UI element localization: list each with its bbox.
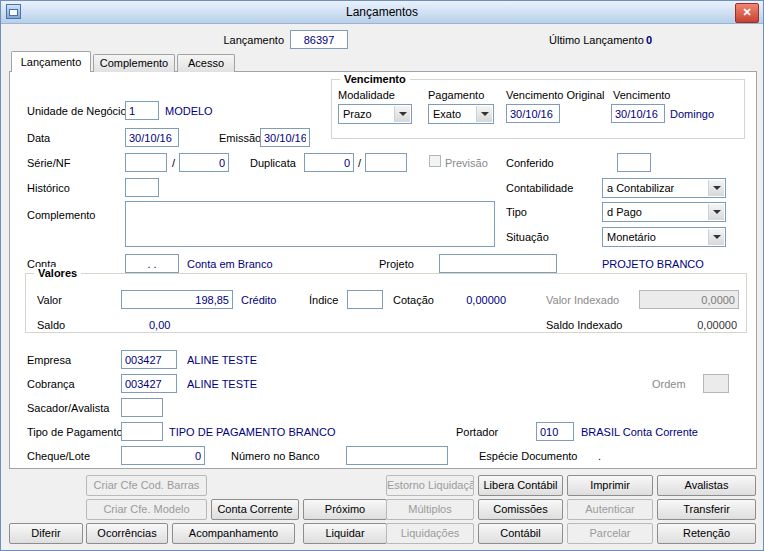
complemento-textarea[interactable] <box>125 201 495 247</box>
unidade-negocio-label: Unidade de Negócio <box>27 105 127 117</box>
situacao-select[interactable]: Monetário <box>602 227 726 247</box>
saldo-indexado-value: 0,00000 <box>639 319 737 331</box>
contabilidade-label: Contabilidade <box>506 182 573 194</box>
multiplos-button: Múltiplos <box>386 499 474 520</box>
vencimento-label: Vencimento <box>613 89 670 101</box>
tipo-value: d Pago <box>607 206 642 218</box>
numero-banco-label: Número no Banco <box>231 450 320 462</box>
serie-nf-input[interactable] <box>125 153 167 172</box>
pagamento-select[interactable]: Exato <box>428 104 494 124</box>
saldo-label: Saldo <box>37 319 65 331</box>
numero-banco-input[interactable] <box>346 446 448 465</box>
diferir-button[interactable]: Diferir <box>9 523 83 544</box>
saldo-indexado-label: Saldo Indexado <box>546 319 622 331</box>
modalidade-value: Prazo <box>343 108 372 120</box>
sacador-avalista-label: Sacador/Avalista <box>27 402 109 414</box>
valores-group-title: Valores <box>34 267 81 279</box>
cheque-lote-input[interactable] <box>121 446 205 465</box>
tab-acesso[interactable]: Acesso <box>177 54 235 72</box>
valor-tipo: Crédito <box>241 294 276 306</box>
valor-input[interactable] <box>121 290 233 309</box>
lancamento-number-input[interactable] <box>290 30 348 49</box>
data-input[interactable] <box>125 128 179 147</box>
avalistas-button[interactable]: Avalistas <box>657 475 756 496</box>
cheque-lote-label: Cheque/Lote <box>27 450 90 462</box>
comissoes-button[interactable]: Comissões <box>478 499 563 520</box>
tab-complemento[interactable]: Complemento <box>93 54 175 72</box>
lancamentos-window: Lançamentos ✕ Lançamento Último Lançamen… <box>0 0 764 551</box>
liquidacoes-button: Liquidações <box>386 523 474 544</box>
autenticar-button: Autenticar <box>567 499 653 520</box>
valor-label: Valor <box>37 294 62 306</box>
conta-input[interactable] <box>125 254 179 273</box>
title-bar: Lançamentos ✕ <box>1 1 763 24</box>
tipo-pagamento-input[interactable] <box>121 422 163 441</box>
indice-input[interactable] <box>347 290 383 309</box>
data-label: Data <box>27 132 50 144</box>
historico-input[interactable] <box>125 178 159 197</box>
especie-documento-value: . <box>598 450 601 462</box>
conta-corrente-button[interactable]: Conta Corrente <box>211 499 299 520</box>
valor-indexado-input <box>639 290 739 309</box>
emissao-input[interactable] <box>260 128 310 147</box>
sacador-avalista-input[interactable] <box>121 398 163 417</box>
tab-lancamento[interactable]: Lançamento <box>11 51 91 72</box>
criar-cfe-modelo-button: Criar Cfe. Modelo <box>86 499 207 520</box>
ultimo-lancamento-label: Último Lançamento <box>549 34 644 46</box>
proximo-button[interactable]: Próximo <box>303 499 387 520</box>
portador-desc: BRASIL Conta Corrente <box>581 426 698 438</box>
vencimento-input[interactable] <box>611 104 665 123</box>
projeto-desc: PROJETO BRANCO <box>602 258 704 270</box>
imprimir-button[interactable]: Imprimir <box>567 475 653 496</box>
cotacao-label: Cotação <box>393 294 434 306</box>
indice-label: Índice <box>309 294 338 306</box>
acompanhamento-button[interactable]: Acompanhamento <box>172 523 295 544</box>
contabilidade-value: a Contabilizar <box>607 182 674 194</box>
duplicata-input[interactable] <box>304 153 354 172</box>
vencimento-group-title: Vencimento <box>340 73 410 85</box>
retencao-button[interactable]: Retenção <box>657 523 756 544</box>
serie-separator: / <box>172 157 175 169</box>
cobranca-input[interactable] <box>121 374 177 393</box>
portador-input[interactable] <box>536 422 574 441</box>
modalidade-select[interactable]: Prazo <box>338 104 412 124</box>
cotacao-value: 0,00000 <box>456 294 506 306</box>
conferido-label: Conferido <box>506 157 554 169</box>
ultimo-lancamento-value: 0 <box>646 34 652 46</box>
chevron-down-icon <box>708 204 724 220</box>
modalidade-label: Modalidade <box>338 89 395 101</box>
chevron-down-icon <box>708 180 724 196</box>
parcelar-button: Parcelar <box>567 523 653 544</box>
ocorrencias-button[interactable]: Ocorrências <box>86 523 168 544</box>
vencimento-original-label: Vencimento Original <box>506 89 604 101</box>
chevron-down-icon <box>708 229 724 245</box>
saldo-value: 0,00 <box>149 319 170 331</box>
liquidar-button[interactable]: Liquidar <box>303 523 387 544</box>
duplicata-sub-input[interactable] <box>365 153 407 172</box>
unidade-negocio-desc: MODELO <box>165 105 213 117</box>
conferido-input[interactable] <box>617 153 651 172</box>
projeto-input[interactable] <box>439 254 557 273</box>
estorno-liquidacao-button: Estorno Liquidação <box>386 475 474 496</box>
conta-desc: Conta em Branco <box>187 258 273 270</box>
window-title: Lançamentos <box>1 5 763 19</box>
contabilidade-select[interactable]: a Contabilizar <box>602 178 726 198</box>
valor-indexado-label: Valor Indexado <box>546 294 619 306</box>
tipo-pagamento-label: Tipo de Pagamento <box>27 426 123 438</box>
historico-label: Histórico <box>27 182 70 194</box>
tipo-label: Tipo <box>506 206 527 218</box>
tipo-select[interactable]: d Pago <box>602 202 726 222</box>
unidade-negocio-input[interactable] <box>125 101 159 120</box>
situacao-value: Monetário <box>607 231 656 243</box>
serie-number-input[interactable] <box>179 153 229 172</box>
transferir-button[interactable]: Transferir <box>657 499 756 520</box>
libera-contabil-button[interactable]: Libera Contábil <box>478 475 563 496</box>
previsao-checkbox <box>429 155 441 167</box>
contabil-button[interactable]: Contábil <box>478 523 563 544</box>
vencimento-weekday: Domingo <box>670 108 714 120</box>
close-button[interactable]: ✕ <box>735 3 759 23</box>
tipo-pagamento-desc: TIPO DE PAGAMENTO BRANCO <box>169 426 335 438</box>
lancamento-number-label: Lançamento <box>181 34 284 46</box>
empresa-input[interactable] <box>121 350 177 369</box>
vencimento-original-input[interactable] <box>506 104 560 123</box>
